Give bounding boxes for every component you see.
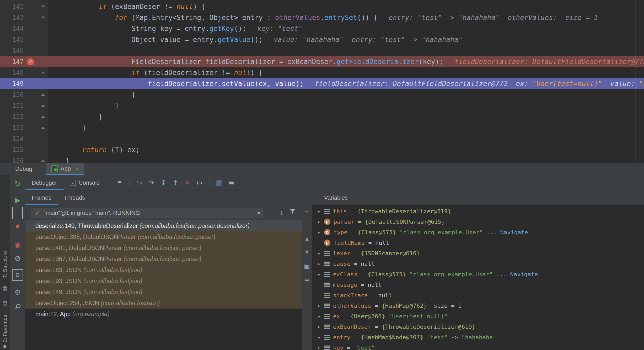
scroll-up-icon[interactable]: ▲ — [302, 232, 312, 245]
frame-row[interactable]: parse:1367, DefaultJSONParser (com.aliba… — [25, 253, 302, 264]
gutter-area[interactable] — [24, 12, 38, 23]
tab-frames[interactable]: Frames — [25, 190, 58, 205]
expand-chevron-icon[interactable]: ▸ — [315, 344, 323, 350]
variable-row[interactable]: ▸exClass = {Class@575} "class org.exampl… — [312, 269, 644, 279]
line-number[interactable]: 144 — [0, 23, 24, 34]
gutter-area[interactable] — [24, 133, 38, 144]
code-line-154[interactable]: 154 — [0, 133, 644, 144]
frame-down-icon[interactable]: ↓ — [277, 208, 286, 218]
star-icon[interactable]: ★ — [2, 343, 8, 350]
gutter-area[interactable] — [24, 34, 38, 45]
code-line-146[interactable]: 146 — [0, 45, 644, 56]
variable-row[interactable]: ▸exBeanDeser = {ThrowableDeserializer@61… — [312, 321, 644, 332]
pause-icon[interactable] — [12, 207, 23, 219]
breakpoint-gutter[interactable]: ✓ — [24, 56, 38, 67]
expand-chevron-icon[interactable]: ▸ — [315, 324, 323, 330]
mute-breakpoints-icon[interactable]: ⊘ — [12, 252, 23, 264]
gutter-area[interactable] — [24, 78, 38, 89]
expand-chevron-icon[interactable]: ▸ — [315, 208, 323, 214]
add-watch-icon[interactable]: + — [302, 204, 312, 218]
line-number[interactable]: 146 — [0, 45, 24, 56]
tab-threads[interactable]: Threads — [58, 190, 92, 205]
step-over-icon[interactable]: ↷ — [147, 178, 156, 188]
gutter-area[interactable] — [24, 89, 38, 100]
rerun-icon[interactable]: ↻ — [12, 178, 23, 189]
settings-icon[interactable]: ⚙ — [12, 287, 23, 298]
fold-up-icon[interactable] — [38, 122, 48, 133]
menu-icon[interactable]: ≡ — [115, 178, 124, 188]
remove-watch-icon[interactable]: − — [302, 218, 312, 232]
line-number[interactable]: 154 — [0, 133, 24, 144]
variable-row[interactable]: pfieldName = null — [312, 237, 644, 248]
watch-return-values-icon[interactable]: ∞ — [302, 273, 312, 286]
gutter-area[interactable] — [24, 45, 38, 56]
expand-chevron-icon[interactable]: ▸ — [315, 303, 323, 309]
code-line-149[interactable]: 149 fieldDeserializer.setValue(ex, value… — [0, 78, 644, 89]
gutter-area[interactable] — [24, 1, 38, 12]
variable-row[interactable]: ▸pparser = {DefaultJSONParser@615} — [312, 216, 644, 227]
navigate-link[interactable]: Navigate — [510, 271, 538, 278]
gutter-area[interactable] — [24, 100, 38, 111]
code-line-145[interactable]: 145 Object value = entry.getValue();valu… — [0, 34, 644, 45]
copy-stack-icon[interactable]: ▣ — [302, 259, 312, 273]
variable-row[interactable]: stackTrace = null — [312, 290, 644, 300]
fold-up-icon[interactable] — [38, 155, 48, 163]
expand-chevron-icon[interactable]: ▸ — [315, 334, 323, 340]
thread-dump-icon[interactable] — [12, 269, 23, 281]
gutter-area[interactable] — [24, 144, 38, 155]
favorites-icon[interactable]: ▤ — [2, 300, 7, 306]
variable-row[interactable]: ▸key = "test" — [312, 342, 644, 350]
code-line-148[interactable]: 148 if (fieldDeserializer != null) { — [0, 67, 644, 78]
code-line-142[interactable]: 142 if (exBeanDeser != null) { — [0, 1, 644, 12]
fold-up-icon[interactable] — [38, 89, 48, 100]
line-number[interactable]: 150 — [0, 89, 24, 100]
stop-icon[interactable]: ■ — [12, 220, 23, 232]
view-breakpoints-icon[interactable]: ◉ — [12, 239, 23, 250]
code-editor[interactable]: 142 if (exBeanDeser != null) {143 for (M… — [0, 0, 644, 163]
code-line-156[interactable]: 156 } — [0, 155, 644, 163]
variable-row[interactable]: ▸lexer = {JSONScanner@616} — [312, 248, 644, 258]
gutter-area[interactable] — [24, 155, 38, 163]
code-line-150[interactable]: 150 } — [0, 89, 644, 100]
line-number[interactable]: 153 — [0, 122, 24, 133]
line-number[interactable]: 151 — [0, 100, 24, 111]
variable-row[interactable]: message = null — [312, 279, 644, 290]
chevron-down-icon[interactable]: ▾ — [257, 210, 260, 216]
expand-chevron-icon[interactable]: ▸ — [315, 250, 323, 256]
frame-row[interactable]: parse:1401, DefaultJSONParser (com.aliba… — [25, 242, 302, 253]
evaluate-expression-icon[interactable]: ▦ — [214, 178, 224, 188]
thread-selector-dropdown[interactable]: ✓ "main"@1 in group "main": RUNNING ▾ — [31, 208, 263, 218]
frame-row[interactable]: parse:193, JSON (com.alibaba.fastjson) — [25, 275, 302, 287]
pin-icon[interactable] — [9, 301, 26, 318]
debug-tab-app[interactable]: App × — [46, 163, 84, 175]
line-number[interactable]: 155 — [0, 144, 24, 155]
variable-row[interactable]: ▸ex = {User@766} "User(test=null)" — [312, 311, 644, 321]
drop-frame-icon[interactable]: × — [183, 178, 192, 188]
tab-debugger[interactable]: Debugger — [25, 175, 63, 190]
resume-icon[interactable]: ▶ — [12, 194, 23, 206]
tab-console[interactable]: ▸ Console — [63, 175, 106, 190]
gutter-area[interactable] — [24, 122, 38, 133]
code-line-143[interactable]: 143 for (Map.Entry<String, Object> entry… — [0, 12, 644, 23]
frame-row[interactable]: parseObject:254, JSON (com.alibaba.fastj… — [25, 298, 302, 309]
frame-row[interactable]: main:12, App (org.example) — [25, 309, 302, 320]
close-tab-icon[interactable]: × — [75, 165, 79, 172]
line-number[interactable]: 147 — [0, 56, 24, 67]
structure-icon[interactable]: ▦ — [2, 285, 7, 291]
run-to-cursor-icon[interactable]: ↦ — [195, 178, 204, 188]
line-number[interactable]: 148 — [0, 67, 24, 78]
show-execution-point-icon[interactable]: ↪ — [135, 178, 144, 188]
fold-down-icon[interactable] — [38, 1, 48, 12]
line-number[interactable]: 149 — [0, 78, 24, 89]
step-into-icon[interactable]: ↧ — [159, 178, 168, 188]
fold-down-icon[interactable] — [38, 12, 48, 23]
code-line-155[interactable]: 155 return (T) ex; — [0, 144, 644, 155]
variable-row[interactable]: ▸this = {ThrowableDeserializer@619} — [312, 206, 644, 216]
gutter-area[interactable] — [24, 67, 38, 78]
code-line-147[interactable]: 147✓ FieldDeserializer fieldDeserializer… — [0, 56, 644, 67]
sidebar-item-structure[interactable]: 7: Structure — [2, 251, 8, 278]
expand-chevron-icon[interactable]: ▸ — [315, 271, 323, 277]
expand-chevron-icon[interactable]: ▸ — [315, 219, 323, 225]
expand-chevron-icon[interactable]: ▸ — [315, 313, 323, 319]
line-number[interactable]: 152 — [0, 111, 24, 122]
